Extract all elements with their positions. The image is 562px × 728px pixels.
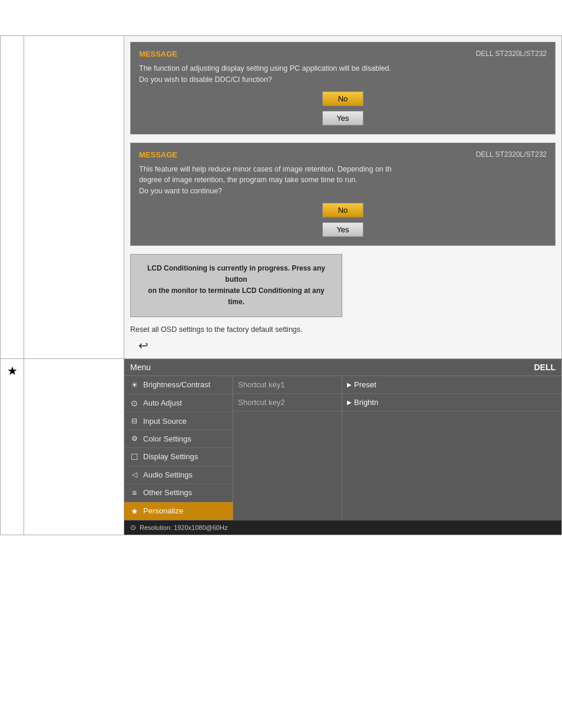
undo-icon[interactable]: ↩ (138, 338, 556, 353)
osd-header: Menu DELL (124, 359, 561, 376)
osd-item-input-source[interactable]: ⊟ Input Source (124, 413, 233, 430)
brightness-contrast-icon: ☀ (129, 380, 140, 390)
osd-shortcut1-value: ▶ Preset (347, 380, 376, 389)
dialog1-no-button[interactable]: No (322, 91, 363, 106)
dialog1-text-line2: Do you wish to disable DDC/CI function? (139, 75, 272, 84)
dialog2-model: DELL ST2320L/ST232 (476, 150, 547, 159)
osd-menu-items: ☀ Brightness/Contrast ⊙ Auto Adjust ⊟ In… (124, 376, 561, 521)
dialog2-header: MESSAGE DELL ST2320L/ST232 (139, 150, 547, 159)
osd-item-audio-settings[interactable]: ◁ Audio Settings (124, 466, 233, 484)
osd-shortcut1-row: Shortcut key1 (233, 376, 342, 394)
dialog1-buttons: No Yes (139, 91, 547, 126)
osd-left-column: ☀ Brightness/Contrast ⊙ Auto Adjust ⊟ In… (124, 376, 233, 521)
other-settings-icon: ≡ (129, 488, 140, 498)
dialog2-text-line2: degree of image retention, the program m… (139, 176, 358, 184)
audio-settings-icon: ◁ (129, 470, 140, 479)
dialog1-model: DELL ST2320L/ST232 (476, 50, 547, 58)
color-settings-icon: ⚙ (129, 434, 140, 443)
reset-text: Reset all OSD settings to the factory de… (130, 325, 556, 334)
osd-shortcut2-label: Shortcut key2 (238, 398, 285, 407)
osd-item-input-source-label: Input Source (143, 417, 187, 426)
dialog2-buttons: No Yes (139, 203, 547, 237)
osd-shortcut2-row: Shortcut key2 (233, 394, 342, 411)
dialog2-no-button[interactable]: No (322, 203, 363, 218)
dialog1-yes-button[interactable]: Yes (322, 111, 363, 126)
lcd-notice-line2: on the monitor to terminate LCD Conditio… (148, 286, 324, 306)
row2-label-col (24, 358, 124, 535)
display-settings-icon: ☐ (129, 452, 140, 462)
dialog2: MESSAGE DELL ST2320L/ST232 This feature … (130, 143, 556, 246)
dialog2-text-line3: Do you want to continue? (139, 187, 222, 195)
arrow-right-icon-1: ▶ (347, 381, 352, 388)
dialog1-message-label: MESSAGE (139, 50, 177, 58)
dialog2-text-line1: This feature will help reduce minor case… (139, 165, 392, 173)
lcd-notice: LCD Conditioning is currently in progres… (130, 254, 342, 317)
dialog2-text: This feature will help reduce minor case… (139, 164, 547, 197)
osd-shortcut2-value-row: ▶ Brightn (342, 394, 561, 411)
star-icon: ★ (7, 364, 18, 377)
osd-item-other-settings-label: Other Settings (143, 488, 192, 497)
input-source-icon: ⊟ (129, 417, 140, 425)
osd-item-brightness-contrast[interactable]: ☀ Brightness/Contrast (124, 376, 233, 394)
personalize-icon: ★ (129, 506, 140, 516)
osd-item-other-settings[interactable]: ≡ Other Settings (124, 484, 233, 502)
auto-adjust-icon: ⊙ (129, 398, 140, 408)
osd-item-personalize[interactable]: ★ Personalize (124, 502, 233, 521)
osd-footer-text: Resolution: 1920x1080@60Hz (140, 524, 227, 531)
osd-item-audio-settings-label: Audio Settings (143, 470, 193, 479)
row1-content-col: MESSAGE DELL ST2320L/ST232 The function … (124, 36, 562, 359)
row1-star-col (1, 36, 24, 359)
dialog1: MESSAGE DELL ST2320L/ST232 The function … (130, 42, 556, 134)
lcd-notice-line1: LCD Conditioning is currently in progres… (147, 264, 325, 284)
osd-item-color-settings[interactable]: ⚙ Color Settings (124, 430, 233, 448)
osd-shortcut2-value: ▶ Brightn (347, 398, 378, 407)
osd-menu-container: Menu DELL ☀ Brightness/Contrast ⊙ Auto A… (124, 358, 562, 535)
arrow-right-icon-2: ▶ (347, 399, 352, 406)
osd-item-color-settings-label: Color Settings (143, 434, 191, 443)
osd-menu: Menu DELL ☀ Brightness/Contrast ⊙ Auto A… (124, 359, 561, 535)
osd-shortcut1-value-row: ▶ Preset (342, 376, 561, 394)
osd-item-auto-adjust-label: Auto Adjust (143, 398, 182, 407)
osd-title: Menu (130, 363, 151, 372)
osd-right-column: ▶ Preset ▶ Brightn (342, 376, 561, 521)
osd-item-brightness-contrast-label: Brightness/Contrast (143, 380, 210, 389)
osd-item-display-settings-label: Display Settings (143, 452, 198, 461)
osd-shortcut1-label: Shortcut key1 (238, 380, 285, 389)
osd-item-display-settings[interactable]: ☐ Display Settings (124, 448, 233, 466)
dialog1-text: The function of adjusting display settin… (139, 63, 547, 85)
dialog2-message-label: MESSAGE (139, 150, 177, 159)
osd-footer: ⊙ Resolution: 1920x1080@60Hz (124, 521, 561, 535)
osd-brand: DELL (534, 363, 556, 372)
osd-shortcut1-value-text: Preset (354, 380, 376, 389)
row1-label-col (24, 36, 124, 359)
osd-footer-icon: ⊙ (130, 523, 136, 532)
osd-middle-column: Shortcut key1 Shortcut key2 (233, 376, 342, 521)
osd-item-personalize-label: Personalize (143, 506, 183, 515)
osd-shortcut2-value-text: Brightn (354, 398, 378, 407)
osd-item-auto-adjust[interactable]: ⊙ Auto Adjust (124, 394, 233, 413)
dialog1-header: MESSAGE DELL ST2320L/ST232 (139, 50, 547, 58)
dialog1-text-line1: The function of adjusting display settin… (139, 64, 391, 73)
dialog2-yes-button[interactable]: Yes (322, 222, 363, 237)
row2-star-col: ★ (1, 358, 24, 535)
